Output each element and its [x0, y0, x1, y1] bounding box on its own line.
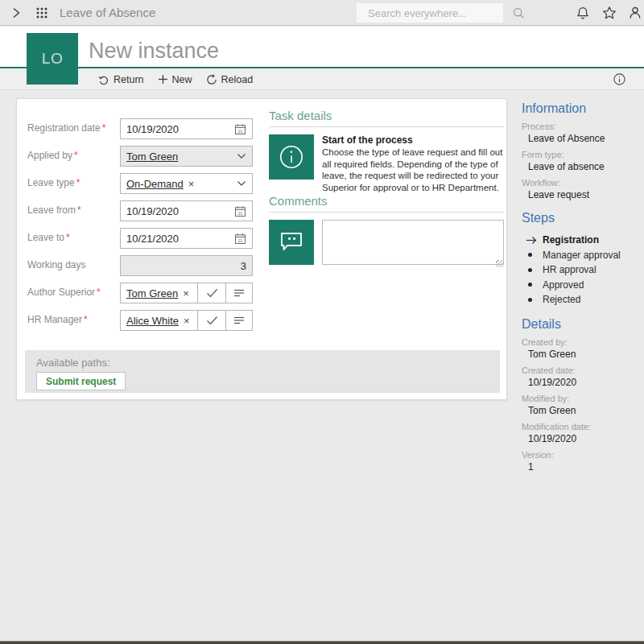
details-items: Created by:Tom GreenCreated date:10/19/2…	[522, 337, 642, 473]
step-hr-approval[interactable]: HR approval	[522, 262, 642, 278]
comments-block	[269, 220, 504, 268]
step-registration[interactable]: Registration	[522, 233, 642, 248]
check-icon	[206, 288, 218, 298]
details-header: Details	[522, 317, 642, 332]
person-icon[interactable]	[628, 6, 642, 20]
app-title: Leave of Absence	[60, 0, 155, 26]
sidebar-item-value: Leave of absence	[528, 161, 642, 172]
step-label: Manager approval	[543, 250, 621, 261]
comment-square-icon	[269, 220, 314, 265]
check-icon	[206, 316, 218, 325]
applied-by-label: Applied by*	[27, 146, 120, 167]
required-asterisk: *	[97, 287, 101, 298]
sidebar-item-label: Version:	[522, 450, 642, 460]
hr-manager-picker-button[interactable]	[225, 311, 252, 330]
step-bullet-icon	[522, 283, 543, 287]
available-paths-band: Available paths: Submit request	[25, 350, 500, 393]
working-days-value: 3	[120, 255, 253, 276]
form-row-leave-to: Leave to*10/21/202021	[27, 228, 262, 249]
author-superior-confirm-button[interactable]	[197, 283, 225, 303]
search-box[interactable]	[357, 3, 503, 23]
hr-manager-confirm-button[interactable]	[197, 311, 225, 330]
remove-icon[interactable]: ×	[183, 287, 189, 299]
author-superior-label: Author Superior*	[27, 283, 120, 303]
info-square-icon	[269, 134, 314, 180]
return-button[interactable]: Return	[98, 74, 144, 85]
step-label: Registration	[543, 234, 599, 246]
author-superior-input[interactable]: Tom Green×	[121, 283, 197, 303]
leave-type-label: Leave type*	[27, 173, 120, 194]
calendar-icon[interactable]: 21	[234, 123, 246, 135]
star-icon[interactable]	[602, 6, 617, 20]
applied-by-dropdown[interactable]: Tom Green	[120, 146, 253, 167]
reload-button[interactable]: Reload	[206, 74, 254, 85]
return-icon	[98, 74, 109, 85]
remove-icon[interactable]: ×	[184, 315, 190, 327]
sidebar-item-value: Tom Green	[528, 349, 642, 360]
task-details-header: Task details	[269, 109, 504, 127]
step-bullet-icon	[522, 268, 543, 272]
resize-handle-icon[interactable]	[496, 260, 503, 267]
sidebar-item-label: Workflow:	[522, 178, 642, 188]
sidebar-item-label: Created by:	[522, 337, 642, 347]
form-row-hr-manager: HR Manager*Alice White×	[27, 310, 262, 331]
svg-text:21: 21	[238, 128, 243, 133]
sidebar-item-value: 10/19/2020	[528, 433, 642, 444]
form-row-leave-from: Leave from*10/19/202021	[27, 200, 262, 221]
required-asterisk: *	[74, 150, 78, 161]
calendar-icon[interactable]: 21	[234, 205, 246, 217]
svg-text:21: 21	[238, 210, 243, 215]
step-manager-approval[interactable]: Manager approval	[522, 248, 642, 263]
calendar-icon[interactable]: 21	[234, 233, 246, 245]
form-card: Registration date*10/19/202021Applied by…	[16, 98, 507, 400]
leave-from-label: Leave from*	[27, 200, 120, 221]
form-row-working-days: Working days3	[27, 255, 262, 276]
step-rejected[interactable]: Rejected	[522, 292, 642, 308]
author-superior-picker-button[interactable]	[225, 283, 252, 303]
registration-date-input[interactable]: 10/19/202021	[120, 118, 253, 139]
task-details-block: Start of the process Choose the type of …	[269, 134, 504, 194]
form-row-author-superior: Author Superior*Tom Green×	[27, 283, 262, 303]
information-header: Information	[522, 101, 642, 116]
reload-icon	[206, 74, 217, 85]
current-step-arrow-icon	[522, 236, 543, 244]
required-asterisk: *	[66, 232, 70, 243]
info-circle-icon[interactable]	[613, 73, 625, 85]
chevron-down-icon[interactable]	[237, 153, 246, 159]
new-button[interactable]: New	[158, 74, 192, 85]
bell-icon[interactable]	[576, 6, 590, 20]
toolbar: Return New Reload	[0, 68, 644, 90]
process-badge[interactable]: LO	[27, 33, 78, 85]
search-icon[interactable]	[513, 7, 525, 19]
leave-to-input[interactable]: 10/21/202021	[120, 228, 253, 249]
sidebar-item-label: Created date:	[522, 365, 642, 375]
hr-manager-label: HR Manager*	[27, 310, 120, 331]
sidebar-item-value: 1	[528, 461, 642, 473]
list-icon	[233, 315, 245, 326]
search-input[interactable]	[357, 7, 513, 19]
form-row-applied-by: Applied by*Tom Green	[27, 146, 262, 167]
step-approved[interactable]: Approved	[522, 278, 642, 293]
step-label: Rejected	[543, 294, 580, 305]
chevron-right-icon[interactable]	[10, 6, 23, 19]
leave-from-input[interactable]: 10/19/202021	[120, 200, 253, 221]
app-grid-icon[interactable]	[35, 6, 48, 19]
required-asterisk: *	[84, 314, 88, 325]
information-items: Process:Leave of AbsenceForm type:Leave …	[522, 122, 642, 200]
available-paths-label: Available paths:	[36, 357, 110, 369]
leave-type-dropdown[interactable]: On-Demand×	[120, 173, 253, 194]
step-label: HR approval	[543, 264, 597, 275]
svg-text:21: 21	[238, 237, 243, 242]
chevron-down-icon[interactable]	[237, 180, 246, 187]
registration-date-label: Registration date*	[27, 118, 120, 139]
comments-textarea[interactable]	[322, 220, 504, 265]
step-bullet-icon	[522, 253, 543, 257]
hr-manager-input[interactable]: Alice White×	[121, 311, 197, 330]
leave-to-label: Leave to*	[27, 228, 120, 249]
sidebar-item-label: Process:	[522, 122, 642, 131]
page-title: New instance	[89, 39, 219, 64]
submit-request-button[interactable]: Submit request	[36, 372, 126, 390]
remove-icon[interactable]: ×	[188, 178, 195, 190]
sidebar-item-value: 10/19/2020	[528, 377, 642, 388]
task-title: Start of the process	[322, 134, 504, 146]
